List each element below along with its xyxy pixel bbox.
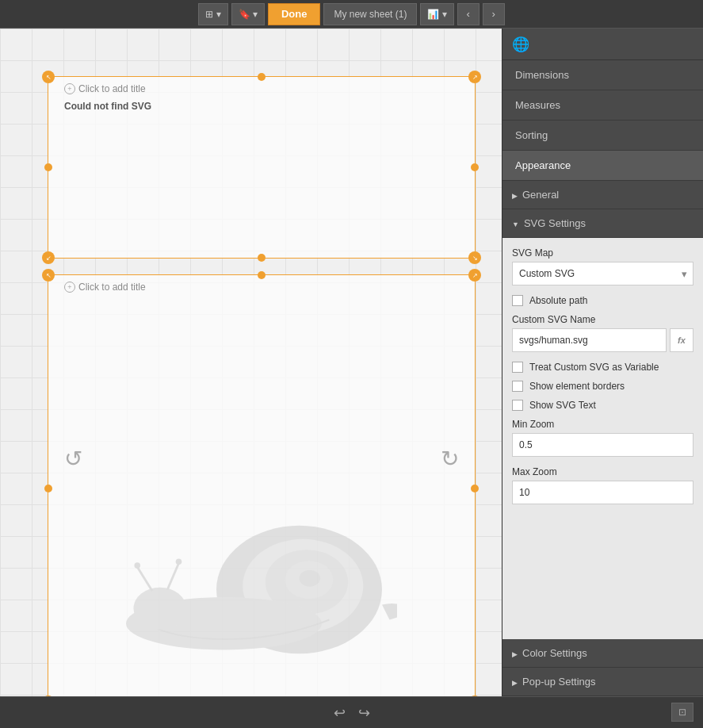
toolbar: ⊞ ▾ 🔖 ▾ Done My new sheet (1) 📊 ▾ ‹ › <box>198 3 505 25</box>
tab-appearance-label: Appearance <box>515 159 571 171</box>
show-borders-label: Show element borders <box>529 381 625 392</box>
custom-svg-name-label: Custom SVG Name <box>512 314 693 325</box>
svg-map-select[interactable]: Custom SVG World Map US Map <box>512 262 693 285</box>
rotate-left-arrow[interactable]: ↺ <box>64 446 82 472</box>
show-borders-checkbox[interactable] <box>512 381 523 392</box>
section-popup-label: Pop-up Settings <box>522 676 596 688</box>
handle-right-mid[interactable] <box>471 163 479 171</box>
section-color-chevron <box>512 647 518 659</box>
svg-point-6 <box>134 588 187 630</box>
fullscreen-icon: ⊡ <box>678 707 686 718</box>
fx-icon: fx <box>678 335 686 345</box>
tab-appearance[interactable]: Appearance <box>502 151 703 181</box>
section-color-settings[interactable]: Color Settings <box>502 639 703 668</box>
svg-map-select-wrapper: Custom SVG World Map US Map ▾ <box>512 262 693 285</box>
right-panel: 🌐 Dimensions Measures Sorting Appearance… <box>502 29 703 696</box>
tab-measures-label: Measures <box>515 99 560 111</box>
sheet-label: My new sheet (1) <box>323 3 417 25</box>
max-zoom-label: Max Zoom <box>512 466 693 477</box>
handle2-top-right[interactable]: ↗ <box>468 269 481 282</box>
handle2-top-mid[interactable] <box>258 271 266 279</box>
add-title-icon-2: + <box>64 282 75 293</box>
svg-line-8 <box>167 563 178 589</box>
handle-bottom-left[interactable]: ↙ <box>42 251 55 264</box>
section-general[interactable]: General <box>502 181 703 209</box>
section-popup-chevron <box>512 676 518 688</box>
fullscreen-button[interactable]: ⊡ <box>671 703 693 722</box>
panel-error-text: Could not find SVG <box>64 101 151 112</box>
custom-svg-name-input-row: fx <box>512 328 693 352</box>
canvas-area: ↖ ↗ ↙ ↘ + Click to add title Could not f… <box>0 29 502 696</box>
absolute-path-label: Absolute path <box>529 295 587 306</box>
svg-map-label: SVG Map <box>512 247 693 259</box>
main-area: ↖ ↗ ↙ ↘ + Click to add title Could not f… <box>0 29 703 696</box>
select-tool-button[interactable]: ⊞ ▾ <box>198 3 227 25</box>
absolute-path-checkbox[interactable] <box>512 295 523 306</box>
handle-top-right[interactable]: ↗ <box>468 71 481 83</box>
chart-panel-top[interactable]: ↖ ↗ ↙ ↘ + Click to add title Could not f… <box>48 76 476 259</box>
custom-svg-name-input[interactable] <box>512 328 667 352</box>
tab-dimensions-label: Dimensions <box>515 69 569 81</box>
bookmark-button[interactable]: 🔖 ▾ <box>231 3 265 25</box>
treat-variable-row: Treat Custom SVG as Variable <box>512 362 693 373</box>
rotate-right-arrow[interactable]: ↻ <box>441 446 459 472</box>
tab-dimensions[interactable]: Dimensions <box>502 60 703 90</box>
svg-point-4 <box>300 570 321 587</box>
snail-image <box>88 456 405 678</box>
section-svg-chevron <box>512 217 519 229</box>
section-svg-settings[interactable]: SVG Settings <box>502 209 703 238</box>
treat-variable-label: Treat Custom SVG as Variable <box>529 362 659 373</box>
handle-left-mid[interactable] <box>44 163 52 171</box>
svg-map-row: SVG Map Custom SVG World Map US Map ▾ <box>512 247 693 285</box>
prev-button[interactable]: ‹ <box>457 3 479 25</box>
section-svg-label: SVG Settings <box>524 217 586 229</box>
fx-button[interactable]: fx <box>670 328 693 352</box>
add-title-icon: + <box>64 83 75 94</box>
globe-icon: 🌐 <box>512 36 529 53</box>
min-zoom-row: Min Zoom <box>512 419 693 457</box>
tab-sorting[interactable]: Sorting <box>502 121 703 151</box>
bottom-bar: ↩ ↪ ⊡ <box>0 696 703 728</box>
show-svg-text-checkbox[interactable] <box>512 400 523 411</box>
redo-button[interactable]: ↪ <box>358 704 370 722</box>
handle2-top-left[interactable]: ↖ <box>42 269 55 282</box>
show-svg-text-label: Show SVG Text <box>529 400 596 411</box>
chart-panel-bottom[interactable]: ↖ ↗ ↙ ↘ + Click to add title ↺ ↻ <box>48 274 476 696</box>
tab-sorting-label: Sorting <box>515 129 548 141</box>
panel-title-bottom[interactable]: + Click to add title <box>64 282 146 293</box>
undo-button[interactable]: ↩ <box>334 704 346 722</box>
done-button[interactable]: Done <box>268 3 321 25</box>
handle-bottom-mid[interactable] <box>258 254 266 262</box>
svg-point-10 <box>176 559 182 565</box>
min-zoom-label: Min Zoom <box>512 419 693 430</box>
handle-top-left[interactable]: ↖ <box>42 71 55 83</box>
treat-variable-checkbox[interactable] <box>512 362 523 373</box>
top-bar: ⊞ ▾ 🔖 ▾ Done My new sheet (1) 📊 ▾ ‹ › <box>0 0 703 29</box>
handle-top-mid[interactable] <box>258 73 266 81</box>
globe-row: 🌐 <box>502 29 703 60</box>
min-zoom-input[interactable] <box>512 433 693 457</box>
panel-title-text: Click to add title <box>78 83 146 94</box>
show-borders-row: Show element borders <box>512 381 693 392</box>
show-svg-text-row: Show SVG Text <box>512 400 693 411</box>
section-general-label: General <box>522 189 559 201</box>
panel-title-text-2: Click to add title <box>78 282 146 293</box>
section-general-chevron <box>512 189 518 201</box>
svg-line-7 <box>137 567 152 591</box>
panel-title-top[interactable]: + Click to add title <box>64 83 146 94</box>
absolute-path-row: Absolute path <box>512 295 693 306</box>
max-zoom-input[interactable] <box>512 481 693 504</box>
tab-measures[interactable]: Measures <box>502 90 703 121</box>
max-zoom-row: Max Zoom <box>512 466 693 504</box>
settings-content: SVG Map Custom SVG World Map US Map ▾ Ab… <box>502 238 703 639</box>
section-color-label: Color Settings <box>522 647 587 659</box>
next-button[interactable]: › <box>483 3 505 25</box>
handle2-right-mid[interactable] <box>471 485 479 492</box>
handle-bottom-right[interactable]: ↘ <box>468 251 481 264</box>
chart-type-button[interactable]: 📊 ▾ <box>420 3 453 25</box>
section-popup-settings[interactable]: Pop-up Settings <box>502 668 703 696</box>
custom-svg-name-row: Custom SVG Name fx <box>512 314 693 352</box>
svg-point-9 <box>134 562 140 569</box>
handle2-left-mid[interactable] <box>44 485 52 492</box>
